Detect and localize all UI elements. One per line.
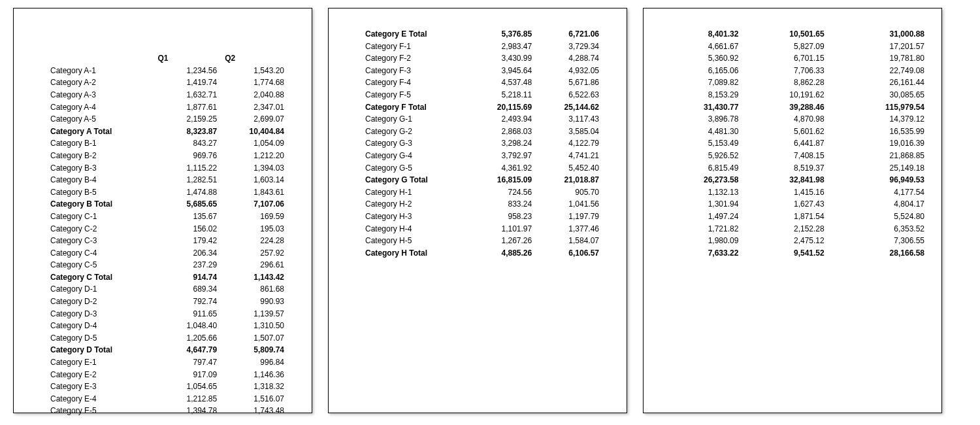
cell-q3: 1,301.94 <box>657 198 742 211</box>
cell-total: 96,949.53 <box>828 174 928 186</box>
row-label: Category A Total <box>46 126 154 138</box>
row-label: Category C-5 <box>46 259 154 271</box>
cell-q1: 1,101.97 <box>468 223 536 235</box>
cell-q1: 4,647.79 <box>154 344 221 356</box>
cell-q2: 4,932.05 <box>536 65 603 77</box>
cell-total: 21,868.85 <box>828 150 928 162</box>
table-row: Category B-31,115.221,394.03 <box>46 162 288 175</box>
row-label: Category B Total <box>46 198 154 211</box>
table-row: 1,301.941,627.434,804.17 <box>657 198 928 211</box>
table-row: 5,153.496,441.8719,016.39 <box>657 137 928 150</box>
cell-q2: 10,404.84 <box>221 126 288 138</box>
table-row: 1,497.241,871.545,524.80 <box>657 211 928 223</box>
cell-q4: 9,541.52 <box>742 247 828 260</box>
cell-q1: 843.27 <box>154 137 221 150</box>
row-label: Category G Total <box>361 174 468 186</box>
cell-q2: 6,522.63 <box>536 89 603 101</box>
table-row: Category A-31,632.712,040.88 <box>46 89 288 101</box>
table-row: Category C-1135.67169.59 <box>46 211 288 223</box>
cell-q2: 224.28 <box>221 235 288 247</box>
cell-q1: 2,493.94 <box>468 113 536 126</box>
cell-q3: 5,926.52 <box>657 150 742 162</box>
cell-total: 19,016.39 <box>828 137 928 150</box>
row-label: Category B-2 <box>46 150 154 162</box>
cell-q1: 206.34 <box>154 247 221 260</box>
cell-q3: 6,815.49 <box>657 162 742 175</box>
cell-total: 7,306.55 <box>828 235 928 247</box>
table-row: Category F-23,430.994,288.74 <box>361 52 603 65</box>
cell-q4: 10,191.62 <box>742 89 828 101</box>
cell-q1: 1,205.66 <box>154 332 221 345</box>
cell-q1: 958.23 <box>468 211 536 223</box>
cell-q2: 990.93 <box>221 296 288 308</box>
cell-q4: 32,841.98 <box>742 174 828 186</box>
cell-q2: 1,318.32 <box>221 381 288 393</box>
table-row: 8,401.3210,501.6531,000.88 <box>657 28 928 41</box>
cell-total: 22,749.08 <box>828 65 928 77</box>
cell-q3: 8,153.29 <box>657 89 742 101</box>
cell-q3: 7,089.82 <box>657 76 742 89</box>
table-row: Category E Total5,376.856,721.06 <box>361 28 603 41</box>
table-row: Category C Total914.741,143.42 <box>46 271 288 284</box>
table-row: 1,721.822,152.286,353.52 <box>657 223 928 235</box>
row-label: Category H-5 <box>361 235 468 247</box>
row-label: Category C-4 <box>46 247 154 260</box>
cell-total: 16,535.99 <box>828 126 928 138</box>
cell-q2: 1,146.36 <box>221 369 288 381</box>
cell-total: 26,161.44 <box>828 76 928 89</box>
cell-q1: 156.02 <box>154 223 221 235</box>
table-row: Category C-5237.29296.61 <box>46 259 288 271</box>
table-row: 4,481.305,601.6216,535.99 <box>657 126 928 138</box>
table-row: Category E-31,054.651,318.32 <box>46 381 288 393</box>
cell-q1: 1,234.56 <box>154 65 221 77</box>
cell-q1: 724.56 <box>468 186 536 199</box>
cell-q4: 7,408.15 <box>742 150 828 162</box>
table-row: 5,360.926,701.1519,781.80 <box>657 52 928 65</box>
cell-total: 6,353.52 <box>828 223 928 235</box>
col-header-q1: Q1 <box>154 52 221 65</box>
table-row: Category A-41,877.612,347.01 <box>46 101 288 114</box>
row-label: Category E-3 <box>46 381 154 393</box>
table-row: Category A-52,159.252,699.07 <box>46 113 288 126</box>
cell-q2: 1,603.14 <box>221 174 288 186</box>
cell-total: 115,979.54 <box>828 101 928 114</box>
cell-total: 19,781.80 <box>828 52 928 65</box>
cell-total: 4,804.17 <box>828 198 928 211</box>
cell-q1: 1,048.40 <box>154 320 221 332</box>
cell-q4: 6,441.87 <box>742 137 828 150</box>
row-label: Category F-3 <box>361 65 468 77</box>
row-label: Category A-1 <box>46 65 154 77</box>
table-row: Category A-21,419.741,774.68 <box>46 76 288 89</box>
table-row: Category B Total5,685.657,107.06 <box>46 198 288 211</box>
cell-q1: 797.47 <box>154 356 221 369</box>
row-label: Category G-5 <box>361 162 468 175</box>
cell-q2: 3,729.34 <box>536 41 603 53</box>
row-label: Category E-5 <box>46 405 154 417</box>
table-row: Category G Total16,815.0921,018.87 <box>361 174 603 186</box>
cell-q3: 1,980.09 <box>657 235 742 247</box>
row-label: Category D-5 <box>46 332 154 345</box>
cell-q2: 5,452.40 <box>536 162 603 175</box>
row-label: Category C Total <box>46 271 154 284</box>
cell-q2: 905.70 <box>536 186 603 199</box>
table-row: Category E-51,394.781,743.48 <box>46 405 288 417</box>
cell-q2: 1,507.07 <box>221 332 288 345</box>
cell-q3: 4,661.67 <box>657 41 742 53</box>
cell-q1: 969.76 <box>154 150 221 162</box>
cell-q1: 8,323.87 <box>154 126 221 138</box>
cell-q1: 911.65 <box>154 308 221 320</box>
row-label: Category F-5 <box>361 89 468 101</box>
cell-q4: 2,152.28 <box>742 223 828 235</box>
cell-q1: 1,474.88 <box>154 186 221 199</box>
cell-q3: 1,721.82 <box>657 223 742 235</box>
table-row: Category F-55,218.116,522.63 <box>361 89 603 101</box>
cell-total: 31,000.88 <box>828 28 928 41</box>
cell-q1: 3,945.64 <box>468 65 536 77</box>
table-row: 8,153.2910,191.6230,085.65 <box>657 89 928 101</box>
row-label: Category F-1 <box>361 41 468 53</box>
cell-q1: 1,282.51 <box>154 174 221 186</box>
table-row: Category B-51,474.881,843.61 <box>46 186 288 199</box>
row-label: Category A-3 <box>46 89 154 101</box>
cell-q2: 1,197.79 <box>536 211 603 223</box>
cell-q1: 1,212.85 <box>154 393 221 405</box>
